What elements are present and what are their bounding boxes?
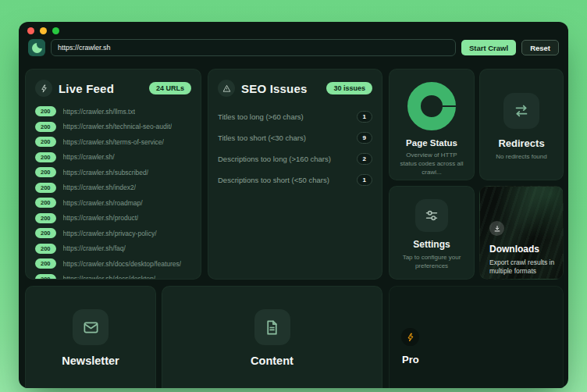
issue-label: Descriptions too short (<50 chars): [218, 176, 329, 184]
issue-count: 2: [357, 153, 372, 165]
maximize-window-button[interactable]: [52, 27, 59, 34]
app-logo-icon: [28, 39, 45, 56]
status-badge: 200: [35, 274, 56, 280]
feed-row[interactable]: 200https://crawler.sh/docs/desktop/featu…: [35, 256, 191, 272]
redirects-title: Redirects: [480, 137, 563, 149]
feed-row[interactable]: 200https://crawler.sh/: [35, 150, 191, 166]
redirects-subtitle: No redirects found: [480, 149, 563, 161]
status-badge: 200: [35, 122, 56, 132]
feed-url: https://crawler.sh/faq/: [63, 244, 126, 252]
status-badge: 200: [35, 137, 56, 147]
settings-title: Settings: [390, 239, 474, 250]
lightning-bolt-icon: [401, 328, 419, 346]
downloads-card[interactable]: Downloads Export crawl results in multip…: [479, 186, 564, 280]
newsletter-title: Newsletter: [62, 355, 119, 367]
status-badge: 200: [35, 244, 56, 254]
newsletter-card[interactable]: Newsletter: [25, 286, 156, 388]
live-feed-card: Live Feed 24 URLs 200https://crawler.sh/…: [25, 69, 201, 280]
seo-issues-title: SEO Issues: [241, 82, 308, 95]
document-icon: [254, 309, 290, 345]
feed-row[interactable]: 200https://crawler.sh/subscribed/: [35, 165, 191, 180]
feed-row[interactable]: 200https://crawler.sh/faq/: [35, 241, 191, 257]
download-icon: [489, 221, 504, 236]
issues-count-badge: 30 issues: [326, 82, 372, 94]
app-window: Start Crawl Reset Live Feed 24 URLs 200h…: [19, 22, 568, 388]
downloads-title: Downloads: [489, 244, 557, 255]
feed-url: https://crawler.sh/privacy-policy/: [63, 230, 157, 237]
warning-triangle-icon: [218, 80, 235, 97]
live-feed-title: Live Feed: [59, 82, 114, 95]
feed-url: https://crawler.sh/technical-seo-audit/: [63, 123, 173, 130]
settings-card[interactable]: Settings Tap to configure your preferenc…: [389, 186, 475, 280]
pro-title: Pro: [402, 354, 419, 365]
issue-label: Descriptions too long (>160 chars): [218, 155, 331, 163]
page-status-description: Overview of HTTP status codes across all…: [390, 148, 474, 177]
feed-url: https://crawler.sh/terms-of-service/: [63, 138, 164, 146]
window-controls: [27, 27, 59, 34]
feed-row[interactable]: 200https://crawler.sh/technical-seo-audi…: [35, 119, 191, 135]
issue-count: 1: [357, 174, 372, 186]
status-badge: 200: [35, 213, 56, 223]
page-status-card[interactable]: Page Status Overview of HTTP status code…: [389, 69, 475, 180]
seo-issue-row[interactable]: Descriptions too short (<50 chars)1: [218, 169, 372, 191]
pro-card[interactable]: Pro: [389, 286, 564, 388]
settings-subtitle: Tap to configure your preferences: [390, 250, 474, 270]
status-badge: 200: [35, 228, 56, 238]
feed-url: https://crawler.sh/llms.txt: [63, 108, 136, 116]
page-status-title: Page Status: [390, 138, 474, 148]
topbar: Start Crawl Reset: [28, 39, 559, 56]
feed-row[interactable]: 200https://crawler.sh/product/: [35, 211, 191, 226]
issue-label: Titles too long (>60 chars): [218, 112, 304, 121]
feed-url: https://crawler.sh/index2/: [63, 184, 137, 191]
seo-issue-row[interactable]: Titles too short (<30 chars)9: [218, 127, 372, 148]
seo-issue-row[interactable]: Titles too long (>60 chars)1: [218, 106, 372, 127]
feed-row[interactable]: 200https://crawler.sh/roadmap/: [35, 195, 191, 211]
seo-issue-row[interactable]: Descriptions too long (>160 chars)2: [218, 148, 372, 169]
content-title: Content: [251, 355, 294, 367]
minimize-window-button[interactable]: [40, 27, 47, 34]
status-donut-chart: [407, 82, 456, 130]
redirects-card[interactable]: Redirects No redirects found: [479, 69, 564, 180]
feed-row[interactable]: 200https://crawler.sh/index2/: [35, 180, 191, 196]
issue-count: 1: [357, 111, 372, 123]
issue-count: 9: [357, 132, 372, 144]
status-badge: 200: [35, 106, 56, 116]
start-crawl-button[interactable]: Start Crawl: [461, 40, 516, 55]
status-badge: 200: [35, 152, 56, 162]
content-card[interactable]: Content: [162, 286, 382, 388]
feed-url: https://crawler.sh/roadmap/: [63, 199, 143, 207]
reset-button[interactable]: Reset: [521, 40, 559, 55]
seo-issues-card: SEO Issues 30 issues Titles too long (>6…: [208, 69, 382, 280]
status-badge: 200: [35, 198, 56, 208]
issue-label: Titles too short (<30 chars): [218, 134, 306, 142]
feed-row[interactable]: 200https://crawler.sh/docs/desktop/: [35, 272, 191, 280]
feed-row[interactable]: 200https://crawler.sh/privacy-policy/: [35, 226, 191, 241]
feed-url: https://crawler.sh/subscribed/: [63, 169, 149, 176]
url-count-badge: 24 URLs: [149, 82, 191, 94]
feed-url: https://crawler.sh/docs/desktop/features…: [63, 260, 182, 268]
seo-issues-list: Titles too long (>60 chars)1 Titles too …: [208, 103, 382, 194]
feed-url: https://crawler.sh/docs/desktop/: [63, 275, 156, 280]
zap-icon: [35, 80, 52, 97]
feed-row[interactable]: 200https://crawler.sh/terms-of-service/: [35, 134, 191, 150]
close-window-button[interactable]: [27, 27, 34, 34]
envelope-icon: [73, 309, 109, 345]
sliders-icon: [415, 199, 448, 232]
status-badge: 200: [35, 167, 56, 177]
live-feed-list[interactable]: 200https://crawler.sh/llms.txt 200https:…: [26, 103, 201, 280]
page-status-pages: 24 pages: [390, 177, 474, 180]
downloads-subtitle: Export crawl results in multiple formats: [489, 258, 557, 276]
feed-url: https://crawler.sh/product/: [63, 214, 139, 222]
status-badge: 200: [35, 258, 56, 269]
swap-arrows-icon: [503, 93, 539, 129]
url-input[interactable]: [51, 39, 456, 56]
feed-row[interactable]: 200https://crawler.sh/llms.txt: [35, 104, 191, 119]
status-badge: 200: [35, 183, 56, 193]
feed-url: https://crawler.sh/: [63, 153, 115, 161]
